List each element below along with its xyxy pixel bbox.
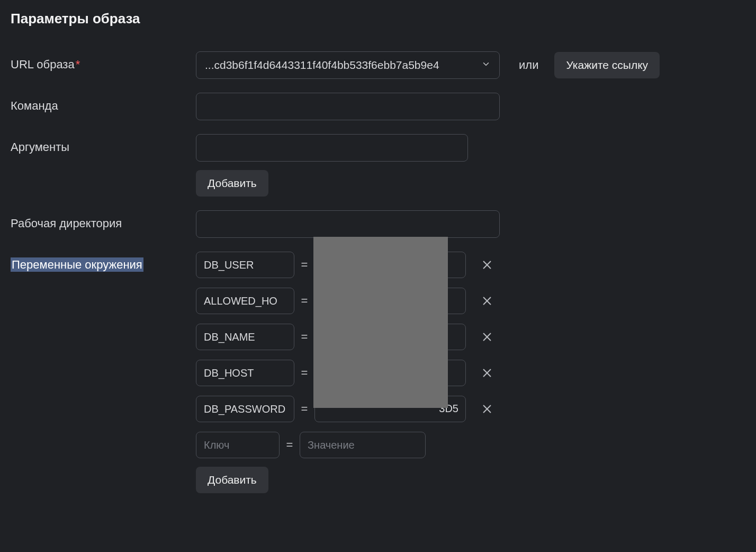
workdir-input[interactable] [196,210,500,238]
env-rows: = = = [196,252,494,458]
command-input[interactable] [196,93,500,120]
equals-sign: = [301,402,308,416]
remove-env-row-button[interactable] [480,402,494,416]
env-vars-label: Переменные окружения [11,257,143,272]
equals-sign: = [301,330,308,344]
arguments-input[interactable] [196,134,468,162]
equals-sign: = [301,294,308,308]
image-url-selected-value: ...cd3b6f1f4d6443311f40f4bb533f6ebb7a5b9… [205,59,474,72]
remove-env-row-button[interactable] [480,366,494,380]
env-new-key-input[interactable] [196,432,280,458]
env-key-input[interactable] [196,252,294,278]
remove-env-row-button[interactable] [480,293,494,308]
specify-link-button[interactable]: Укажите ссылку [554,52,660,78]
image-url-select[interactable]: ...cd3b6f1f4d6443311f40f4bb533f6ebb7a5b9… [196,51,500,79]
image-url-label-text: URL образа [11,58,75,71]
workdir-label: Рабочая директория [11,210,196,230]
env-key-input[interactable] [196,288,294,314]
env-key-input[interactable] [196,396,294,422]
env-key-input[interactable] [196,324,294,350]
remove-env-row-button[interactable] [480,257,494,272]
env-new-value-input[interactable] [300,432,426,458]
redaction-overlay [313,237,448,408]
section-title: Параметры образа [11,11,745,27]
image-url-label: URL образа* [11,51,196,72]
arguments-label: Аргументы [11,134,196,154]
env-key-input[interactable] [196,360,294,386]
image-url-or-text: или [519,58,538,72]
env-vars-label-wrap: Переменные окружения [11,252,196,272]
required-asterisk: * [76,58,80,71]
remove-env-row-button[interactable] [480,330,494,344]
equals-sign: = [286,438,293,452]
add-argument-button[interactable]: Добавить [196,170,268,197]
command-label: Команда [11,93,196,113]
add-env-var-button[interactable]: Добавить [196,467,268,493]
equals-sign: = [301,366,308,380]
chevron-down-icon [481,59,491,72]
env-row-new: = [196,432,494,458]
equals-sign: = [301,258,308,272]
